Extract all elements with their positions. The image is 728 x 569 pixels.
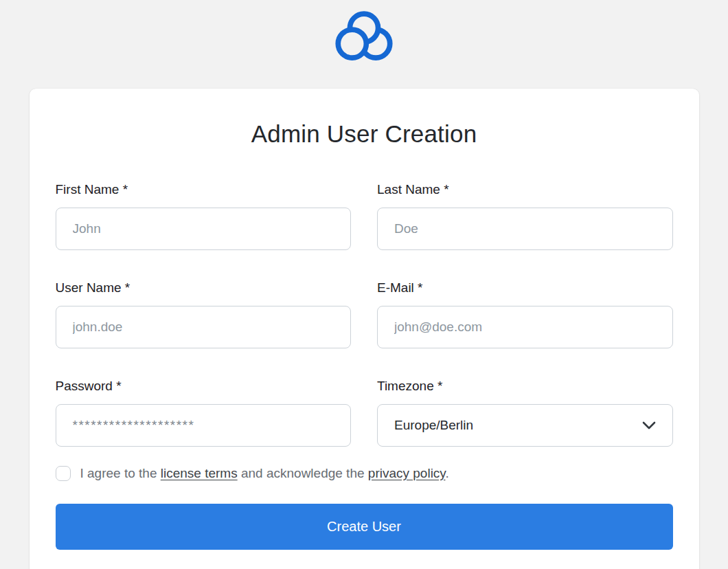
last-name-label: Last Name * <box>377 182 673 197</box>
password-field-group: Password * <box>56 379 352 447</box>
agreement-text-before: I agree to the <box>80 466 161 480</box>
username-field-group: User Name * <box>56 280 352 348</box>
agreement-text-after: . <box>445 466 448 480</box>
agreement-text: I agree to the license terms and acknowl… <box>80 466 449 481</box>
email-input[interactable] <box>377 306 673 348</box>
page-title: Admin User Creation <box>56 120 673 148</box>
admin-user-form: First Name * Last Name * User Name * E-M… <box>56 182 673 466</box>
privacy-policy-link[interactable]: privacy policy <box>368 466 446 480</box>
password-input[interactable] <box>56 404 352 447</box>
admin-user-creation-card: Admin User Creation First Name * Last Na… <box>30 89 699 569</box>
chevron-down-icon <box>642 421 656 429</box>
last-name-field-group: Last Name * <box>377 182 673 250</box>
create-user-button[interactable]: Create User <box>56 504 673 550</box>
agreement-row: I agree to the license terms and acknowl… <box>56 466 673 481</box>
timezone-selected-value: Europe/Berlin <box>394 418 473 433</box>
timezone-field-group: Timezone * Europe/Berlin <box>377 379 673 447</box>
username-input[interactable] <box>56 306 352 348</box>
first-name-label: First Name * <box>56 182 352 197</box>
username-label: User Name * <box>56 280 352 295</box>
password-label: Password * <box>56 379 352 394</box>
logo-container <box>0 0 728 67</box>
email-field-group: E-Mail * <box>377 280 673 348</box>
timezone-select[interactable]: Europe/Berlin <box>377 404 673 447</box>
cloud-logo-icon <box>331 8 397 67</box>
agreement-checkbox[interactable] <box>56 466 71 481</box>
last-name-input[interactable] <box>377 208 673 250</box>
email-label: E-Mail * <box>377 280 673 295</box>
license-terms-link[interactable]: license terms <box>161 466 238 480</box>
agreement-text-middle: and acknowledge the <box>238 466 368 480</box>
first-name-field-group: First Name * <box>56 182 352 250</box>
timezone-label: Timezone * <box>377 379 673 394</box>
first-name-input[interactable] <box>56 208 352 250</box>
